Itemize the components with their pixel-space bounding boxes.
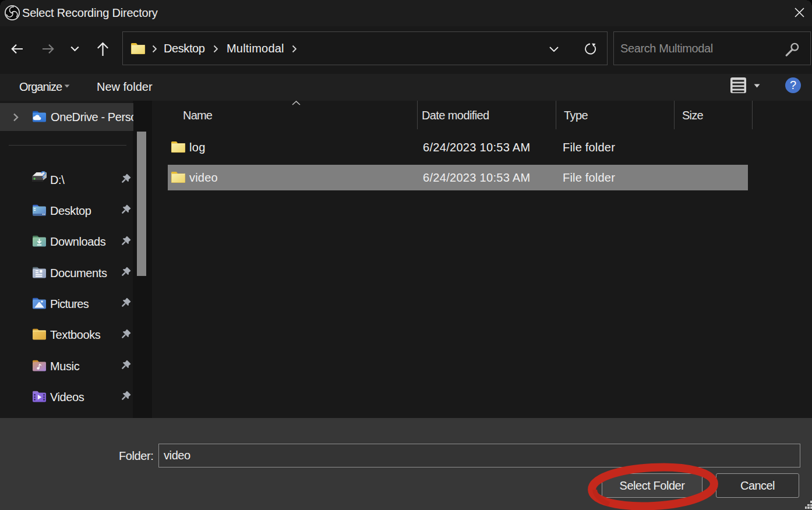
- svg-text:?: ?: [40, 170, 46, 180]
